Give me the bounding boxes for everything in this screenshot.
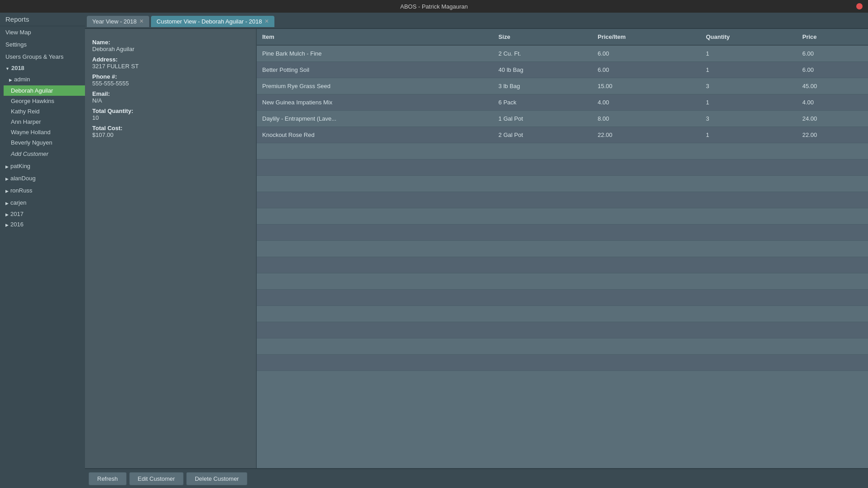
table-cell-4-4: 24.00 [797,111,868,127]
table-cell-3-2: 4.00 [592,94,700,111]
chevron-right-icon [5,221,9,228]
sidebar-year-2018[interactable]: 2018 [0,63,85,73]
col-header-price: Price [797,29,868,45]
total-quantity-value: 10 [92,114,249,121]
email-label: Email: [92,90,249,97]
chevron-down-icon [5,65,9,71]
table-row-empty [257,338,868,355]
sidebar-item-settings[interactable]: Settings [0,38,85,51]
table-cell-2-3: 3 [701,78,797,94]
tab-customer-view-close-icon[interactable]: ✕ [264,18,269,24]
tab-year-view-close-icon[interactable]: ✕ [139,18,144,24]
col-header-item: Item [257,29,493,45]
table-row: Better Potting Soil40 lb Bag6.0016.00 [257,62,868,78]
sidebar-customer-beverly-nguyen[interactable]: Beverly Nguyen [4,137,85,148]
phone-value: 555-555-5555 [92,80,249,87]
chevron-right-icon [5,187,9,194]
edit-customer-button[interactable]: Edit Customer [129,472,184,485]
table-cell-1-4: 6.00 [797,62,868,78]
items-tbody: Pine Bark Mulch - Fine2 Cu. Ft.6.0016.00… [257,45,868,371]
sidebar-group-patking[interactable]: patKing [0,160,85,172]
table-cell-3-3: 1 [701,94,797,111]
sidebar-customer-kathy-reid[interactable]: Kathy Reid [4,106,85,117]
table-cell-2-2: 15.00 [592,78,700,94]
address-label: Address: [92,56,249,63]
table-row-empty [257,176,868,192]
table-row-empty [257,241,868,257]
total-cost-label: Total Cost: [92,125,249,131]
table-cell-2-1: 3 lb Bag [493,78,592,94]
email-value: N/A [92,97,249,104]
table-row-empty [257,355,868,371]
table-cell-4-1: 1 Gal Pot [493,111,592,127]
table-cell-1-3: 1 [701,62,797,78]
sidebar-customer-george-hawkins[interactable]: George Hawkins [4,96,85,106]
table-cell-0-2: 6.00 [592,45,700,62]
total-quantity-label: Total Quantity: [92,108,249,114]
refresh-button[interactable]: Refresh [89,472,127,485]
table-row: Knockout Rose Red2 Gal Pot22.00122.00 [257,127,868,143]
table-row: New Guinea Impatiens Mix6 Pack4.0014.00 [257,94,868,111]
sidebar-customer-ann-harper[interactable]: Ann Harper [4,117,85,127]
col-header-quantity: Quantity [701,29,797,45]
address-value: 3217 FULLER ST [92,63,249,70]
table-cell-5-0: Knockout Rose Red [257,127,493,143]
table-row-empty [257,306,868,322]
table-cell-5-2: 22.00 [592,127,700,143]
tab-customer-view-label: Customer View - Deborah Aguilar - 2018 [156,18,262,25]
col-header-price-item: Price/Item [592,29,700,45]
table-cell-1-1: 40 lb Bag [493,62,592,78]
chevron-right-icon [9,76,12,83]
sidebar-group-alandoug[interactable]: alanDoug [0,172,85,184]
items-table: Item Size Price/Item Quantity Price Pine… [257,29,868,371]
table-row-empty [257,160,868,176]
sidebar-group-admin[interactable]: admin [4,73,85,85]
sidebar-item-reports[interactable]: Reports [0,13,85,26]
table-row-empty [257,192,868,208]
sidebar-group-carjen[interactable]: carjen [0,197,85,209]
tabbar: Year View - 2018 ✕ Customer View - Debor… [85,13,868,29]
chevron-right-icon [5,163,9,169]
sidebar-group-ronruss[interactable]: ronRuss [0,184,85,197]
table-cell-3-4: 4.00 [797,94,868,111]
table-row-empty [257,322,868,338]
app-title: ABOS - Patrick Magauran [400,3,468,10]
delete-customer-button[interactable]: Delete Customer [186,472,248,485]
table-cell-5-3: 1 [701,127,797,143]
sidebar-item-view-map[interactable]: View Map [0,26,85,38]
table-cell-5-1: 2 Gal Pot [493,127,592,143]
table-row: Daylily - Entrapment (Lave...1 Gal Pot8.… [257,111,868,127]
table-cell-4-0: Daylily - Entrapment (Lave... [257,111,493,127]
sidebar: Reports View Map Settings Users Groups &… [0,13,85,488]
table-cell-1-0: Better Potting Soil [257,62,493,78]
tab-year-view-label: Year View - 2018 [92,18,137,25]
chevron-right-icon [5,175,9,182]
table-cell-0-3: 1 [701,45,797,62]
sidebar-year-2016[interactable]: 2016 [0,219,85,230]
tab-year-view-2018[interactable]: Year View - 2018 ✕ [87,16,149,27]
titlebar: ABOS - Patrick Magauran [0,0,868,13]
table-row-empty [257,143,868,160]
sidebar-year-2017[interactable]: 2017 [0,209,85,219]
table-cell-4-2: 8.00 [592,111,700,127]
sidebar-add-customer[interactable]: Add Customer [4,148,85,160]
sidebar-year-2018-children: admin Deborah Aguilar George Hawkins Kat… [0,73,85,160]
sidebar-customer-deborah-aguilar[interactable]: Deborah Aguilar [4,85,85,96]
table-row-empty [257,273,868,290]
name-label: Name: [92,39,249,46]
items-panel: Item Size Price/Item Quantity Price Pine… [257,29,868,468]
table-row: Pine Bark Mulch - Fine2 Cu. Ft.6.0016.00 [257,45,868,62]
tab-customer-view[interactable]: Customer View - Deborah Aguilar - 2018 ✕ [151,16,274,27]
table-cell-0-4: 6.00 [797,45,868,62]
table-row-empty [257,257,868,273]
chevron-right-icon [5,199,9,206]
sidebar-customer-wayne-holland[interactable]: Wayne Holland [4,127,85,137]
table-cell-0-1: 2 Cu. Ft. [493,45,592,62]
close-button[interactable] [856,3,863,9]
chevron-right-icon [5,211,9,217]
table-row-empty [257,290,868,306]
sidebar-item-users-groups-years[interactable]: Users Groups & Years [0,51,85,63]
table-cell-3-1: 6 Pack [493,94,592,111]
table-row-empty [257,225,868,241]
table-row-empty [257,208,868,225]
